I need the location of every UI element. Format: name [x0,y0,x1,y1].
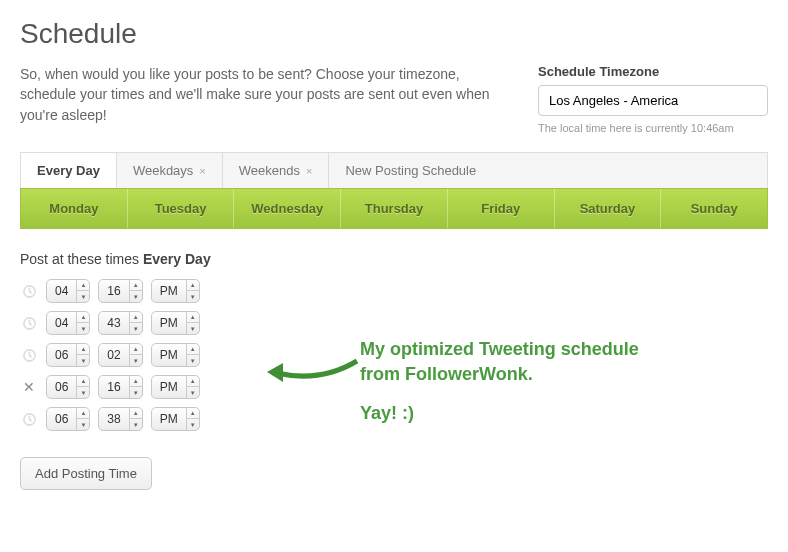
hour-stepper[interactable]: 04▲▼ [46,311,90,335]
close-icon[interactable]: × [306,165,312,177]
stepper-value: 16 [99,284,128,298]
stepper-value: 02 [99,348,128,362]
day-wednesday[interactable]: Wednesday [234,189,341,228]
post-label-bold: Every Day [143,251,211,267]
stepper-up-icon[interactable]: ▲ [130,407,142,419]
day-tuesday[interactable]: Tuesday [128,189,235,228]
stepper-value: 06 [47,412,76,426]
clock-icon [20,346,38,364]
hour-stepper[interactable]: 04▲▼ [46,279,90,303]
hour-stepper[interactable]: 06▲▼ [46,343,90,367]
stepper-up-icon[interactable]: ▲ [187,375,199,387]
ampm-stepper[interactable]: PM▲▼ [151,375,200,399]
stepper-value: 06 [47,380,76,394]
stepper-down-icon[interactable]: ▼ [130,291,142,303]
stepper-value: PM [152,380,186,394]
stepper-down-icon[interactable]: ▼ [77,323,89,335]
stepper-value: 16 [99,380,128,394]
minute-stepper[interactable]: 43▲▼ [98,311,142,335]
stepper-up-icon[interactable]: ▲ [77,343,89,355]
tab-weekdays[interactable]: Weekdays× [117,153,223,188]
stepper-down-icon[interactable]: ▼ [130,355,142,367]
tab-weekends[interactable]: Weekends× [223,153,330,188]
stepper-value: PM [152,316,186,330]
stepper-down-icon[interactable]: ▼ [130,387,142,399]
day-bar: Monday Tuesday Wednesday Thursday Friday… [20,188,768,229]
stepper-value: PM [152,348,186,362]
schedule-tabs: Every Day Weekdays× Weekends× New Postin… [20,152,768,188]
stepper-down-icon[interactable]: ▼ [77,355,89,367]
stepper-down-icon[interactable]: ▼ [187,387,199,399]
hour-stepper[interactable]: 06▲▼ [46,407,90,431]
stepper-down-icon[interactable]: ▼ [77,291,89,303]
day-saturday[interactable]: Saturday [555,189,662,228]
stepper-up-icon[interactable]: ▲ [187,343,199,355]
day-thursday[interactable]: Thursday [341,189,448,228]
ampm-stepper[interactable]: PM▲▼ [151,311,200,335]
post-label-prefix: Post at these times [20,251,143,267]
stepper-up-icon[interactable]: ▲ [187,279,199,291]
annotation-line: My optimized Tweeting schedule [360,337,639,362]
stepper-down-icon[interactable]: ▼ [187,323,199,335]
day-friday[interactable]: Friday [448,189,555,228]
stepper-down-icon[interactable]: ▼ [130,419,142,431]
stepper-value: 04 [47,316,76,330]
stepper-value: 04 [47,284,76,298]
timezone-hint: The local time here is currently 10:46am [538,122,768,134]
add-posting-time-button[interactable]: Add Posting Time [20,457,152,490]
post-times-label: Post at these times Every Day [20,251,768,267]
stepper-value: PM [152,284,186,298]
minute-stepper[interactable]: 16▲▼ [98,279,142,303]
tab-label: Every Day [37,163,100,178]
stepper-up-icon[interactable]: ▲ [130,375,142,387]
stepper-value: 38 [99,412,128,426]
stepper-down-icon[interactable]: ▼ [77,387,89,399]
tab-label: Weekends [239,163,300,178]
timezone-input[interactable] [538,85,768,116]
stepper-up-icon[interactable]: ▲ [77,279,89,291]
stepper-value: PM [152,412,186,426]
day-monday[interactable]: Monday [21,189,128,228]
clock-icon [20,314,38,332]
clock-icon [20,282,38,300]
stepper-value: 43 [99,316,128,330]
close-icon[interactable]: × [199,165,205,177]
stepper-down-icon[interactable]: ▼ [130,323,142,335]
timezone-label: Schedule Timezone [538,64,768,79]
stepper-up-icon[interactable]: ▲ [77,375,89,387]
ampm-stepper[interactable]: PM▲▼ [151,279,200,303]
ampm-stepper[interactable]: PM▲▼ [151,407,200,431]
intro-text: So, when would you like your posts to be… [20,64,518,134]
ampm-stepper[interactable]: PM▲▼ [151,343,200,367]
annotation-text: My optimized Tweeting schedule from Foll… [360,337,639,427]
stepper-up-icon[interactable]: ▲ [187,311,199,323]
stepper-up-icon[interactable]: ▲ [130,343,142,355]
minute-stepper[interactable]: 16▲▼ [98,375,142,399]
stepper-up-icon[interactable]: ▲ [130,279,142,291]
time-row: 04▲▼16▲▼PM▲▼ [20,279,768,303]
minute-stepper[interactable]: 02▲▼ [98,343,142,367]
stepper-down-icon[interactable]: ▼ [187,419,199,431]
minute-stepper[interactable]: 38▲▼ [98,407,142,431]
time-row: 04▲▼43▲▼PM▲▼ [20,311,768,335]
stepper-up-icon[interactable]: ▲ [130,311,142,323]
stepper-down-icon[interactable]: ▼ [187,355,199,367]
stepper-up-icon[interactable]: ▲ [77,311,89,323]
annotation-line: from FollowerWonk. [360,362,639,387]
stepper-up-icon[interactable]: ▲ [187,407,199,419]
stepper-down-icon[interactable]: ▼ [77,419,89,431]
annotation-line: Yay! :) [360,401,639,426]
page-title: Schedule [20,18,768,50]
tab-new-schedule[interactable]: New Posting Schedule [329,153,767,188]
tab-label: New Posting Schedule [345,163,476,178]
stepper-up-icon[interactable]: ▲ [77,407,89,419]
delete-time-icon[interactable]: ✕ [20,378,38,396]
stepper-down-icon[interactable]: ▼ [187,291,199,303]
clock-icon [20,410,38,428]
tab-every-day[interactable]: Every Day [21,153,117,188]
stepper-value: 06 [47,348,76,362]
day-sunday[interactable]: Sunday [661,189,767,228]
hour-stepper[interactable]: 06▲▼ [46,375,90,399]
tab-label: Weekdays [133,163,193,178]
